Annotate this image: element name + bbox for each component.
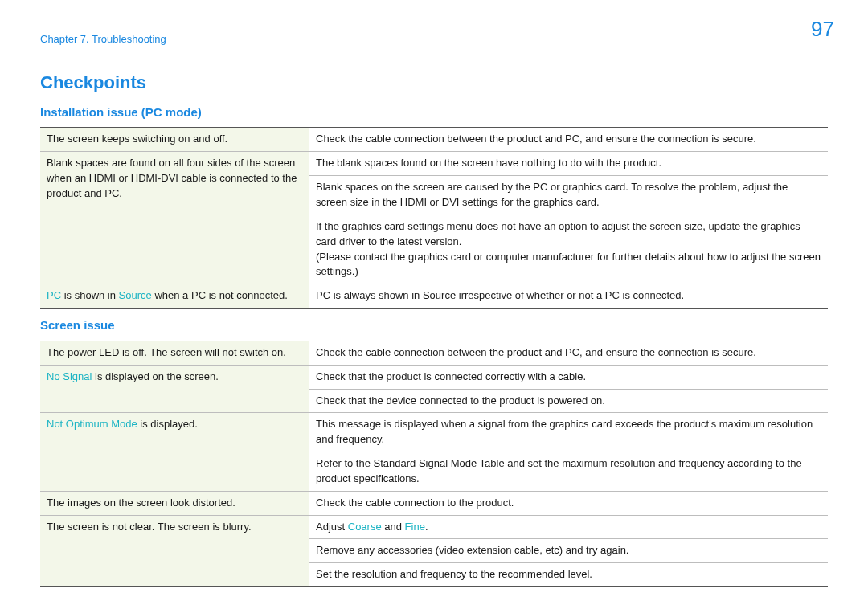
troubleshooting-table: The screen keeps switching on and off.Ch… (40, 127, 828, 309)
symptom-cell: The screen is not clear. The screen is b… (40, 515, 309, 587)
solution-cell: If the graphics card settings menu does … (309, 215, 828, 284)
solution-cell: Blank spaces on the screen are caused by… (309, 176, 828, 215)
solution-cell: Remove any accessories (video extension … (309, 539, 828, 563)
symptom-cell: The images on the screen look distorted. (40, 491, 309, 515)
solution-cell: Check the cable connection to the produc… (309, 491, 828, 515)
solution-cell: Refer to the Standard Signal Mode Table … (309, 452, 828, 492)
solution-cell: PC is always shown in Source irrespectiv… (309, 284, 828, 309)
symptom-cell: The screen keeps switching on and off. (40, 128, 309, 152)
solution-cell: Check that the device connected to the p… (309, 389, 828, 413)
table-row: Not Optimum Mode is displayed.This messa… (40, 413, 828, 452)
solution-cell: Check the cable connection between the p… (309, 341, 828, 365)
symptom-cell: No Signal is displayed on the screen. (40, 365, 309, 413)
table-row: The screen keeps switching on and off.Ch… (40, 128, 828, 152)
section-heading: Installation issue (PC mode) (40, 104, 828, 121)
solution-cell: The blank spaces found on the screen hav… (309, 152, 828, 176)
symptom-cell: Blank spaces are found on all four sides… (40, 152, 309, 284)
table-row: The images on the screen look distorted.… (40, 491, 828, 515)
page-number: 97 (811, 14, 834, 45)
chapter-label: Chapter 7. Troubleshooting (40, 32, 828, 47)
troubleshooting-table: The power LED is off. The screen will no… (40, 341, 828, 587)
solution-cell: Check that the product is connected corr… (309, 365, 828, 389)
table-row: The screen is not clear. The screen is b… (40, 515, 828, 539)
solution-cell: Check the cable connection between the p… (309, 128, 828, 152)
solution-cell: This message is displayed when a signal … (309, 413, 828, 452)
symptom-cell: Not Optimum Mode is displayed. (40, 413, 309, 491)
table-row: No Signal is displayed on the screen.Che… (40, 365, 828, 389)
table-row: PC is shown in Source when a PC is not c… (40, 284, 828, 309)
page-title: Checkpoints (40, 70, 828, 96)
solution-cell: Adjust Coarse and Fine. (309, 515, 828, 539)
symptom-cell: PC is shown in Source when a PC is not c… (40, 284, 309, 309)
page: Chapter 7. Troubleshooting 97 Checkpoint… (0, 0, 868, 613)
table-row: The power LED is off. The screen will no… (40, 341, 828, 365)
section-heading: Screen issue (40, 317, 828, 334)
sections-container: Installation issue (PC mode)The screen k… (40, 104, 828, 587)
table-row: Blank spaces are found on all four sides… (40, 152, 828, 176)
solution-cell: Set the resolution and frequency to the … (309, 563, 828, 587)
symptom-cell: The power LED is off. The screen will no… (40, 341, 309, 365)
